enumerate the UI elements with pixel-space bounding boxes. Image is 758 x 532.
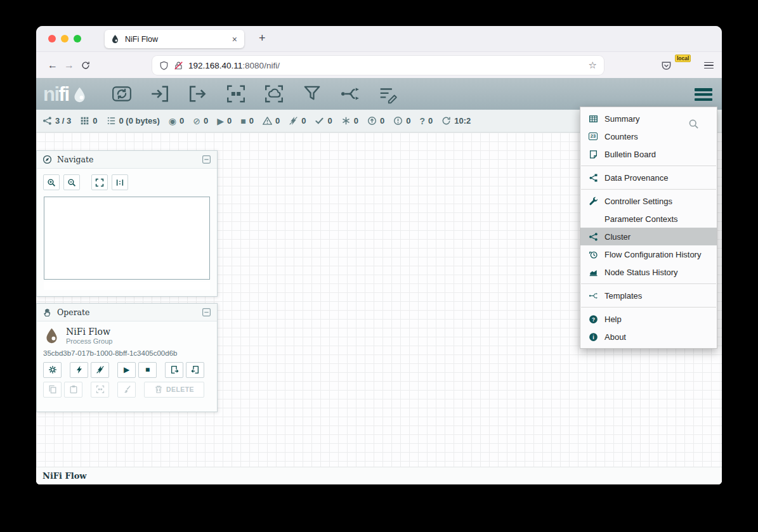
tab-close-icon[interactable]: × xyxy=(231,34,239,44)
bookmark-star-icon[interactable]: ☆ xyxy=(589,60,597,71)
paste-button[interactable] xyxy=(64,382,82,398)
remote-process-group-icon[interactable] xyxy=(264,84,284,104)
global-menu-icon[interactable] xyxy=(695,86,712,103)
funnel-icon[interactable] xyxy=(302,84,322,104)
stop-button[interactable]: ■ xyxy=(138,362,157,378)
start-button[interactable]: ▶ xyxy=(117,362,136,378)
minimize-window-button[interactable] xyxy=(61,35,69,42)
menu-divider xyxy=(581,189,716,190)
close-window-button[interactable] xyxy=(48,35,56,42)
url-bar[interactable]: 192.168.40.11:8080/nifi/ ☆ xyxy=(152,56,604,75)
selected-component: NiFi Flow Process Group xyxy=(43,327,211,345)
disable-button[interactable] xyxy=(91,362,109,378)
url-path: :8080/nifi/ xyxy=(242,61,280,70)
menu-item-flow-configuration-history[interactable]: Flow Configuration History xyxy=(580,245,717,263)
upload-template-button[interactable] xyxy=(186,362,204,378)
status-connected-nodes: 3 / 3 xyxy=(42,116,71,126)
area-chart-icon xyxy=(587,268,599,277)
menu-divider xyxy=(581,283,716,284)
status-refresh: 10:2 xyxy=(441,116,471,126)
history-clock-icon xyxy=(587,250,599,259)
status-running: ▶0 xyxy=(217,116,232,126)
change-color-button[interactable] xyxy=(117,382,136,398)
navigate-header: Navigate xyxy=(37,151,217,169)
pocket-icon[interactable] xyxy=(661,60,672,71)
stale-icon xyxy=(367,116,377,126)
transmitting-icon: ◉ xyxy=(169,117,176,126)
help-question-icon xyxy=(587,315,599,324)
collapse-icon[interactable] xyxy=(202,308,211,317)
operate-palette: Operate NiFi Flow Process Group 35cbd3b7… xyxy=(36,303,218,412)
group-button[interactable] xyxy=(91,382,109,398)
refresh-icon[interactable] xyxy=(441,116,451,126)
up-to-date-check-icon xyxy=(315,116,324,126)
forward-icon[interactable]: → xyxy=(61,60,77,71)
nifi-drop-icon xyxy=(71,86,88,103)
locally-modified-stale-icon xyxy=(393,116,403,126)
enable-button[interactable] xyxy=(70,362,88,378)
browser-tab[interactable]: NiFi Flow × xyxy=(105,30,244,48)
threads-icon xyxy=(80,116,89,126)
zoom-actual-button[interactable] xyxy=(112,174,128,190)
label-icon[interactable] xyxy=(378,84,398,104)
menu-item-controller-settings[interactable]: Controller Settings xyxy=(580,192,717,210)
menu-item-help[interactable]: Help xyxy=(580,310,717,328)
status-invalid: 0 xyxy=(263,116,280,126)
invalid-warning-icon xyxy=(263,116,272,126)
operate-buttons-row-1: ▶ ■ xyxy=(43,362,211,378)
insecure-lock-icon[interactable] xyxy=(174,61,183,70)
zoom-in-button[interactable] xyxy=(43,174,60,190)
about-info-icon xyxy=(587,332,599,342)
zoom-out-button[interactable] xyxy=(63,174,80,190)
compass-icon xyxy=(42,155,52,164)
menu-item-counters[interactable]: 23Counters xyxy=(580,127,717,145)
locally-modified-icon xyxy=(341,116,351,126)
reload-icon[interactable] xyxy=(77,61,94,70)
window-controls xyxy=(48,35,81,42)
component-id: 35cbd3b7-017b-1000-8bff-1c3405c00d6b xyxy=(43,349,211,357)
summary-table-icon xyxy=(587,114,599,124)
browser-menu-icon[interactable] xyxy=(704,60,714,70)
birdseye-preview[interactable] xyxy=(44,197,210,280)
menu-item-about[interactable]: About xyxy=(580,328,717,346)
processor-icon[interactable] xyxy=(112,84,132,104)
profile-avatar[interactable]: local xyxy=(683,60,693,71)
create-template-button[interactable] xyxy=(165,362,183,378)
breadcrumb[interactable]: NiFi Flow xyxy=(42,471,87,481)
disabled-icon xyxy=(289,116,298,126)
status-stale: 0 xyxy=(367,116,384,126)
collapse-icon[interactable] xyxy=(202,155,211,164)
menu-item-bulletin-board[interactable]: Bulletin Board xyxy=(580,145,717,163)
menu-item-node-status-history[interactable]: Node Status History xyxy=(580,263,717,281)
menu-item-parameter-contexts[interactable]: Parameter Contexts xyxy=(580,210,717,228)
configure-button[interactable] xyxy=(43,362,62,378)
delete-label: DELETE xyxy=(166,386,194,393)
url-host: 192.168.40.11 xyxy=(188,61,242,70)
desktop-background: NiFi Flow × + ← → 192.168.40.11:8080/nif… xyxy=(0,0,758,532)
tracking-protection-shield-icon[interactable] xyxy=(159,61,169,70)
back-icon[interactable]: ← xyxy=(44,60,61,71)
nifi-favicon xyxy=(110,34,120,44)
operate-buttons-row-2: DELETE xyxy=(43,382,211,398)
zoom-window-button[interactable] xyxy=(74,35,81,42)
menu-item-cluster[interactable]: Cluster xyxy=(580,228,717,245)
output-port-icon[interactable] xyxy=(188,84,208,104)
search-icon[interactable] xyxy=(688,119,699,129)
nifi-logo: nifi xyxy=(43,84,88,104)
navigate-title: Navigate xyxy=(57,155,197,164)
running-icon: ▶ xyxy=(217,117,224,126)
zoom-fit-button[interactable] xyxy=(91,174,108,190)
template-icon[interactable] xyxy=(340,84,360,104)
copy-button[interactable] xyxy=(43,382,62,398)
menu-item-data-provenance[interactable]: Data Provenance xyxy=(580,169,717,186)
status-not-transmitting: ⊘0 xyxy=(193,116,208,126)
status-transmitting: ◉0 xyxy=(169,116,184,126)
new-tab-button[interactable]: + xyxy=(256,31,269,45)
menu-item-templates[interactable]: Templates xyxy=(580,287,717,304)
provenance-icon xyxy=(587,173,599,183)
input-port-icon[interactable] xyxy=(150,84,170,104)
status-queued: 0 (0 bytes) xyxy=(107,116,160,126)
menu-divider xyxy=(581,307,716,308)
delete-button[interactable]: DELETE xyxy=(144,382,204,398)
process-group-icon[interactable] xyxy=(226,84,246,104)
